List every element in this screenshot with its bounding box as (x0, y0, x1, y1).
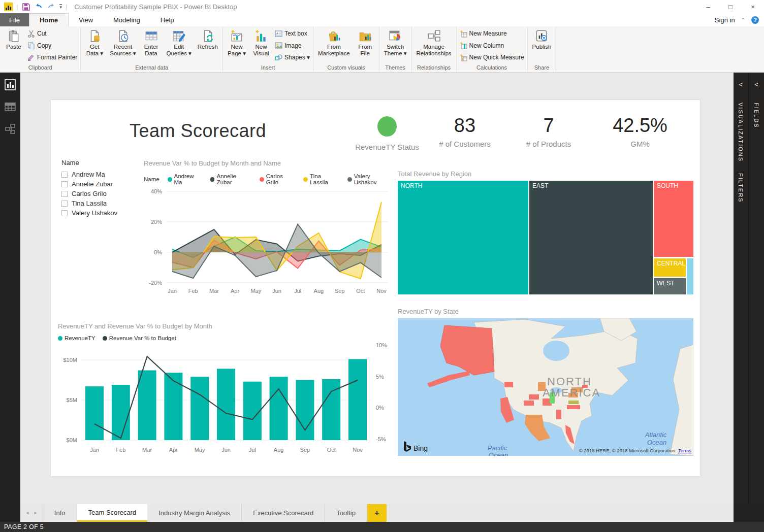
new-measure-icon (460, 30, 467, 38)
shapes-button[interactable]: Shapes ▾ (275, 53, 310, 62)
treemap-node-unlabeled[interactable] (687, 258, 693, 294)
page-tab-executive-scorecard[interactable]: Executive Scorecard (242, 504, 325, 522)
undo-button[interactable] (34, 2, 43, 11)
data-view-icon[interactable] (4, 101, 16, 113)
slicer-item-valery-ushakov[interactable]: Valery Ushakov (61, 208, 117, 218)
legend-item[interactable]: RevenueTY (58, 335, 96, 341)
copy-button[interactable]: Copy (27, 41, 77, 50)
recent-sources-button[interactable]: Recent Sources ▾ (107, 27, 138, 64)
switch-theme-button[interactable]: Switch Theme ▾ (381, 27, 409, 64)
tab-help[interactable]: Help (150, 13, 184, 26)
legend-item[interactable]: Annelie Zubar (210, 173, 252, 185)
svg-text:Terms: Terms (678, 448, 691, 453)
text-box-button[interactable]: AText box (275, 29, 310, 38)
image-button[interactable]: Image (275, 41, 310, 50)
combo-chart-visual[interactable]: RevenueTY and Revenue Var % to Budget by… (58, 322, 399, 467)
kpi-customers[interactable]: 83 # of Customers (427, 114, 503, 148)
new-page-button[interactable]: New Page ▾ (225, 27, 248, 64)
visualizations-filters-panel[interactable]: < VISUALIZATIONS FILTERS (734, 73, 749, 522)
slicer-item-andrew-ma[interactable]: Andrew Ma (61, 170, 117, 179)
collapse-ribbon-icon[interactable]: ⌃ (741, 18, 745, 22)
report-canvas: Team Scorecard RevenueTY Status 83 # of … (20, 73, 734, 504)
checkbox[interactable] (61, 181, 68, 187)
close-button[interactable]: × (742, 0, 764, 13)
page-tab-tooltip[interactable]: Tooltip (325, 504, 367, 522)
status-indicator-circle (377, 116, 397, 137)
from-marketplace-icon (327, 29, 340, 43)
from-marketplace-button[interactable]: From Marketplace (315, 27, 353, 64)
prev-page-arrow[interactable]: ◄ (25, 511, 29, 515)
refresh-button[interactable]: Refresh (195, 27, 220, 64)
treemap-node-east[interactable]: EAST (529, 181, 653, 294)
page-title: Team Scorecard (130, 120, 266, 142)
save-button[interactable] (21, 2, 30, 11)
sign-in-link[interactable]: Sign in (715, 16, 735, 24)
new-measure-button[interactable]: New Measure (460, 29, 524, 38)
get-data-button[interactable]: Get Data ▾ (83, 27, 106, 64)
from-file-button[interactable]: From File (354, 27, 377, 64)
treemap-node-south[interactable]: SOUTH (654, 181, 693, 257)
kpi-gm[interactable]: 42.5% GM% (599, 114, 681, 148)
edit-queries-button[interactable]: Edit Queries ▾ (164, 27, 194, 64)
treemap-visual[interactable]: Total Revenue by Region NORTHEASTSOUTHCE… (398, 170, 693, 296)
publish-button[interactable]: Publish (530, 27, 554, 64)
maximize-button[interactable]: □ (719, 0, 742, 13)
page-tab-industry-margin-analysis[interactable]: Industry Margin Analysis (147, 504, 242, 522)
checkbox[interactable] (61, 191, 68, 197)
expand-panel-icon[interactable]: < (734, 81, 748, 88)
page-tab-team-scorecard[interactable]: Team Scorecard (77, 504, 148, 522)
slicer-item-annelie-zubar[interactable]: Annelie Zubar (61, 179, 117, 189)
slicer-item-carlos-grilo[interactable]: Carlos Grilo (61, 189, 117, 198)
treemap-node-west[interactable]: WEST (654, 278, 686, 294)
button-label: Shapes ▾ (284, 54, 310, 61)
fields-panel[interactable]: < FIELDS (749, 73, 764, 522)
report-view-icon[interactable] (4, 79, 16, 91)
bing-map[interactable]: NORTHAMERICAAtlanticOceanPacificOceanBin… (398, 318, 693, 458)
paste-button[interactable]: Paste (2, 27, 25, 64)
area-chart-visual[interactable]: Revenue Var % to Budget by Month and Nam… (144, 159, 394, 303)
legend-label: Carlos Grilo (266, 173, 297, 185)
treemap-node-north[interactable]: NORTH (398, 181, 528, 294)
enter-data-button[interactable]: Enter Data (140, 27, 163, 64)
shapes-icon (275, 54, 282, 61)
page-indicator: PAGE 2 OF 5 (4, 523, 44, 530)
tab-file[interactable]: File (0, 13, 29, 26)
svg-text:A: A (276, 32, 278, 35)
new-visual-button[interactable]: New Visual (249, 27, 273, 64)
new-column-button[interactable]: New Column (460, 41, 524, 50)
new-quick-measure-button[interactable]: New Quick Measure (460, 53, 524, 62)
button-label: Recent Sources ▾ (110, 44, 136, 57)
model-view-icon[interactable] (4, 123, 16, 136)
legend-item[interactable]: Andrew Ma (168, 173, 203, 185)
new-page-tab-button[interactable]: + (367, 504, 387, 522)
customize-toolbar-icon[interactable]: ▾ (59, 4, 62, 9)
tab-home[interactable]: Home (29, 13, 69, 26)
legend-item[interactable]: Tina Lassila (303, 173, 340, 185)
redo-button[interactable] (47, 2, 56, 11)
button-label: Enter Data (144, 44, 158, 57)
page-tab-info[interactable]: Info (43, 504, 77, 522)
checkbox[interactable] (61, 172, 68, 178)
expand-panel-icon[interactable]: < (749, 81, 764, 88)
format-painter-button[interactable]: Format Painter (27, 53, 77, 62)
checkbox[interactable] (61, 201, 68, 207)
checkbox[interactable] (61, 210, 68, 216)
kpi-products[interactable]: 7 # of Products (511, 114, 587, 148)
map-visual[interactable]: RevenueTY by State NORTHAMERICAAtlanticO… (398, 308, 693, 456)
cut-icon (27, 30, 35, 38)
cut-button[interactable]: Cut (27, 29, 77, 38)
legend-item[interactable]: Carlos Grilo (260, 173, 296, 185)
new-quick-measure-icon (460, 54, 467, 61)
tab-modeling[interactable]: Modeling (103, 13, 150, 26)
manage-relationships-button[interactable]: Manage Relationships (414, 27, 454, 64)
slicer-item-tina-lassila[interactable]: Tina Lassila (61, 198, 117, 208)
next-page-arrow[interactable]: ► (34, 511, 38, 515)
minimize-button[interactable]: – (697, 0, 719, 13)
legend-item[interactable]: Valery Ushakov (347, 173, 394, 185)
treemap-node-label: NORTH (401, 182, 422, 189)
treemap-node-central[interactable]: CENTRAL (654, 258, 686, 277)
tab-view[interactable]: View (69, 13, 103, 26)
legend-item[interactable]: Revenue Var % to Budget (103, 335, 176, 341)
help-icon[interactable]: ? (751, 16, 759, 24)
kpi-revenue-status[interactable]: RevenueTY Status (345, 114, 429, 151)
